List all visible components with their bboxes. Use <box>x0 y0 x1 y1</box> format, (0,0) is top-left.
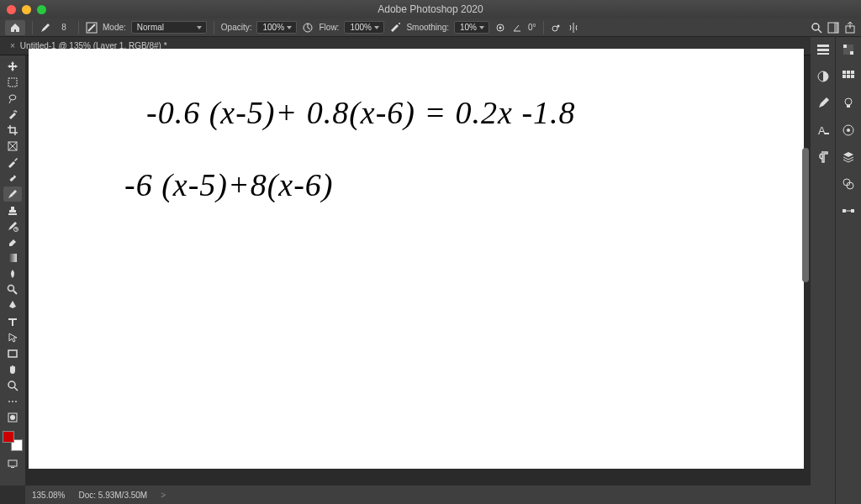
pressure-size-icon[interactable] <box>551 22 563 34</box>
svg-rect-25 <box>817 53 829 55</box>
eraser-tool[interactable] <box>3 234 22 249</box>
styles-panel-icon[interactable] <box>841 123 856 138</box>
svg-text:A: A <box>818 124 826 137</box>
quickmask-toggle[interactable] <box>3 410 22 425</box>
layers-panel-icon[interactable] <box>841 150 856 165</box>
brush-preset-icon[interactable] <box>86 22 98 34</box>
opacity-label: Opacity: <box>221 23 252 32</box>
pressure-opacity-icon[interactable] <box>302 22 314 34</box>
brush-tool[interactable] <box>3 186 22 202</box>
svg-rect-23 <box>817 45 829 47</box>
frame-tool[interactable] <box>3 139 22 154</box>
edit-toolbar-button[interactable]: ⋯ <box>3 394 22 409</box>
svg-point-5 <box>552 26 557 31</box>
blur-tool[interactable] <box>3 266 22 281</box>
symmetry-icon[interactable] <box>568 22 579 34</box>
blend-mode-select[interactable]: Normal <box>131 21 207 34</box>
svg-rect-45 <box>851 209 854 213</box>
svg-rect-37 <box>851 75 854 78</box>
app-title: Adobe Photoshop 2020 <box>0 3 861 15</box>
lightbulb-icon[interactable] <box>841 96 856 111</box>
dodge-tool[interactable] <box>3 282 22 297</box>
svg-point-16 <box>8 286 14 291</box>
svg-rect-9 <box>834 23 838 33</box>
svg-rect-39 <box>847 105 850 108</box>
path-select-tool[interactable] <box>3 330 22 345</box>
status-bar: 135.08% Doc: 5.93M/3.50M > <box>25 486 811 504</box>
stamp-tool[interactable] <box>3 202 22 218</box>
brushes-panel-icon[interactable] <box>816 96 831 111</box>
svg-point-20 <box>10 415 15 420</box>
marquee-tool[interactable] <box>3 75 22 90</box>
swatches-panel-icon[interactable] <box>841 69 856 84</box>
svg-point-6 <box>557 24 559 27</box>
airbrush-icon[interactable] <box>389 22 401 34</box>
foreground-color-swatch[interactable] <box>3 431 14 443</box>
zoom-level[interactable]: 135.08% <box>32 491 65 500</box>
workspace-icon[interactable] <box>827 22 839 34</box>
svg-rect-11 <box>8 78 17 87</box>
shape-tool[interactable] <box>3 346 22 361</box>
svg-rect-24 <box>817 49 829 51</box>
hand-tool[interactable] <box>3 362 22 377</box>
tools-panel: ⋯ <box>0 55 25 486</box>
gradient-tool[interactable] <box>3 250 22 265</box>
doc-size-info[interactable]: Doc: 5.93M/3.50M <box>78 491 147 500</box>
svg-point-4 <box>499 26 501 29</box>
brush-tool-icon[interactable] <box>40 22 51 34</box>
brush-size-label[interactable]: 8 <box>56 23 71 32</box>
home-button[interactable] <box>5 20 25 35</box>
mode-label: Mode: <box>103 23 126 32</box>
options-bar: 8 Mode: Normal Opacity: 100% Flow: 100% … <box>0 18 861 37</box>
svg-rect-21 <box>8 460 17 466</box>
svg-point-41 <box>847 129 850 132</box>
crop-tool[interactable] <box>3 123 22 138</box>
angle-icon <box>511 22 523 34</box>
svg-rect-28 <box>825 133 829 134</box>
home-icon <box>9 22 21 34</box>
svg-point-38 <box>845 98 852 105</box>
character-panel-icon[interactable]: A <box>816 123 831 138</box>
flow-input[interactable]: 100% <box>344 21 384 34</box>
move-tool[interactable] <box>3 59 22 74</box>
svg-rect-36 <box>847 75 850 78</box>
svg-rect-31 <box>850 51 853 55</box>
type-tool[interactable] <box>3 314 22 329</box>
properties-panel-icon[interactable] <box>816 42 831 57</box>
svg-point-2 <box>399 23 400 24</box>
svg-point-18 <box>8 381 15 388</box>
svg-rect-35 <box>843 75 846 78</box>
share-icon[interactable] <box>844 22 856 34</box>
history-brush-tool[interactable] <box>3 218 22 234</box>
paths-panel-icon[interactable] <box>841 203 856 218</box>
adjustments-panel-icon[interactable] <box>816 69 831 84</box>
opacity-input[interactable]: 100% <box>256 21 297 34</box>
paragraph-panel-icon[interactable] <box>816 150 831 165</box>
color-swatches[interactable] <box>3 431 23 451</box>
canvas[interactable]: -0.6 (x-5)+ 0.8(x-6) = 0.2x -1.8 -6 (x-5… <box>29 49 804 469</box>
screenmode-button[interactable] <box>3 456 22 471</box>
svg-rect-15 <box>8 254 17 262</box>
channels-panel-icon[interactable] <box>841 176 856 192</box>
zoom-tool[interactable] <box>3 378 22 393</box>
svg-rect-22 <box>11 467 14 468</box>
heal-tool[interactable] <box>3 171 22 186</box>
window-titlebar: Adobe Photoshop 2020 <box>0 0 861 18</box>
lasso-tool[interactable] <box>3 91 22 106</box>
right-panel-dock: A <box>811 37 861 504</box>
smoothing-gear-icon[interactable] <box>494 22 506 34</box>
color-panel-icon[interactable] <box>841 42 856 57</box>
scrollbar-thumb[interactable] <box>802 148 809 282</box>
angle-value[interactable]: 0° <box>528 23 536 32</box>
eyedropper-tool[interactable] <box>3 155 22 170</box>
vertical-scrollbar[interactable] <box>800 64 811 460</box>
canvas-text-line2: -6 (x-5)+8(x-6) <box>124 166 333 203</box>
status-chevron-icon[interactable]: > <box>161 491 166 500</box>
smoothing-input[interactable]: 10% <box>454 21 489 34</box>
svg-rect-30 <box>843 45 847 48</box>
wand-tool[interactable] <box>3 107 22 122</box>
svg-rect-32 <box>843 71 846 74</box>
pen-tool[interactable] <box>3 298 22 313</box>
search-icon[interactable] <box>811 22 822 34</box>
close-tab-icon[interactable]: × <box>10 41 15 50</box>
